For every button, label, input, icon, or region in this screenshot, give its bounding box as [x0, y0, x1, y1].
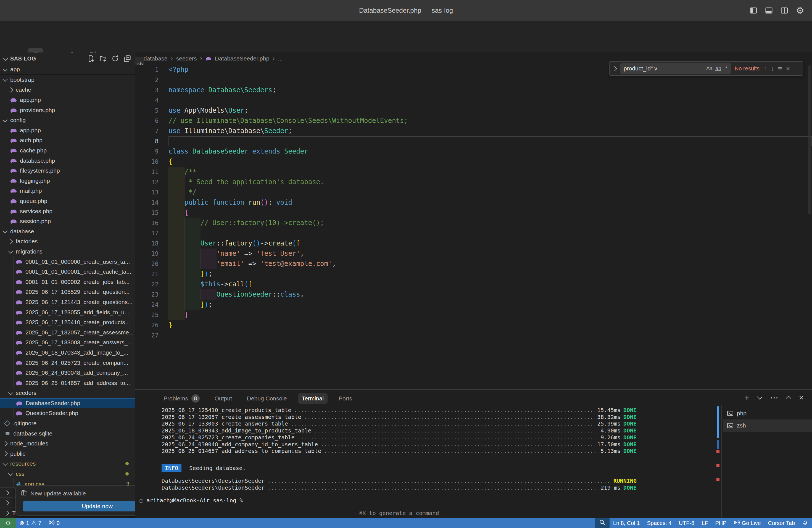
- status-language-mode[interactable]: PHP: [711, 518, 730, 528]
- tree-item-0001_01_01_000001_create_cache_ta...[interactable]: 0001_01_01_000001_create_cache_ta...: [0, 267, 135, 277]
- tree-item-bootstrap[interactable]: bootstrap: [0, 75, 135, 85]
- breadcrumb-file[interactable]: DatabaseSeeder.php: [215, 55, 269, 62]
- tree-item-2025_06_17_123055_add_fields_to_u...[interactable]: 2025_06_17_123055_add_fields_to_u...: [0, 307, 135, 317]
- tree-item-2025_06_25_014657_add_address_to...[interactable]: 2025_06_25_014657_add_address_to...: [0, 378, 135, 388]
- tree-item-app[interactable]: app: [0, 64, 135, 75]
- match-case-button[interactable]: Aa: [706, 65, 713, 72]
- tree-item-session.php[interactable]: session.php: [0, 216, 135, 226]
- tree-item-database[interactable]: database: [0, 226, 135, 237]
- breadcrumb-symbol[interactable]: ...: [278, 55, 283, 62]
- code-line-4[interactable]: 4: [135, 95, 812, 105]
- tree-item-services.php[interactable]: services.php: [0, 206, 135, 216]
- tree-item-resources[interactable]: resources: [0, 459, 135, 469]
- status-indentation[interactable]: Spaces: 4: [643, 518, 675, 528]
- tree-item-0001_01_01_000002_create_jobs_tab...[interactable]: 0001_01_01_000002_create_jobs_tab...: [0, 277, 135, 287]
- code-line-25[interactable]: 25 }: [135, 310, 812, 320]
- code-line-2[interactable]: 2: [135, 75, 812, 85]
- tree-item-logging.php[interactable]: logging.php: [0, 176, 135, 186]
- tree-item-config[interactable]: config: [0, 115, 135, 126]
- tree-item-database.php[interactable]: database.php: [0, 156, 135, 166]
- tree-item-2025_06_24_030048_add_company_...[interactable]: 2025_06_24_030048_add_company_...: [0, 368, 135, 378]
- breadcrumb-folder[interactable]: seeders: [176, 55, 197, 62]
- tree-item-auth.php[interactable]: auth.php: [0, 135, 135, 146]
- panel-tab-output[interactable]: Output: [211, 393, 236, 404]
- code-line-26[interactable]: 26}: [135, 320, 812, 330]
- code-line-19[interactable]: 19 'name' => 'Test User',: [135, 249, 812, 259]
- breadcrumb-folder[interactable]: database: [144, 55, 168, 62]
- tree-item-providers.php[interactable]: providers.php: [0, 105, 135, 115]
- tree-item-migrations[interactable]: migrations: [0, 247, 135, 257]
- tree-item-.gitignore[interactable]: .gitignore: [0, 419, 135, 429]
- more-panel-actions-icon[interactable]: ⋯: [770, 394, 778, 402]
- tree-item-filesystems.php[interactable]: filesystems.php: [0, 166, 135, 176]
- code-line-6[interactable]: 6// use Illuminate\Database\Console\Seed…: [135, 116, 812, 126]
- code-line-14[interactable]: 14 public function run(): void: [135, 197, 812, 208]
- tree-item-factories[interactable]: factories: [0, 236, 135, 247]
- terminal-instance-zsh[interactable]: zsh: [723, 420, 812, 431]
- code-line-10[interactable]: 10{: [135, 157, 812, 167]
- panel-tab-debug-console[interactable]: Debug Console: [243, 393, 291, 404]
- find-input[interactable]: product_id" v Aa ab .*: [620, 63, 731, 74]
- tree-item-0001_01_01_000000_create_users_ta...[interactable]: 0001_01_01_000000_create_users_ta...: [0, 256, 135, 267]
- status-search[interactable]: [595, 518, 610, 528]
- tree-item-app.php[interactable]: app.php: [0, 126, 135, 136]
- code-line-9[interactable]: 9class DatabaseSeeder extends Seeder: [135, 146, 812, 157]
- code-line-24[interactable]: 24 ]);: [135, 299, 812, 310]
- tree-item-cache[interactable]: cache: [0, 85, 135, 95]
- editor-scrollbar[interactable]: [808, 65, 811, 214]
- tree-item-seeders[interactable]: seeders: [0, 388, 135, 398]
- panel-tab-problems[interactable]: Problems8: [160, 392, 204, 405]
- tree-item-node_modules[interactable]: node_modules: [0, 439, 135, 449]
- tree-item-public[interactable]: public: [0, 449, 135, 459]
- tree-item-QuestionSeeder.php[interactable]: QuestionSeeder.php: [0, 408, 135, 419]
- gear-icon[interactable]: ⚙: [796, 6, 804, 15]
- status-encoding[interactable]: UTF-8: [675, 518, 698, 528]
- terminal-scrollbar[interactable]: [717, 406, 719, 438]
- status-go-live[interactable]: Go Live: [730, 518, 765, 528]
- code-line-13[interactable]: 13 */: [135, 187, 812, 197]
- tree-item-2025_06_24_025723_create_compan...[interactable]: 2025_06_24_025723_create_compan...: [0, 357, 135, 368]
- status-cursor-tab[interactable]: Cursor Tab: [765, 518, 798, 528]
- status-notifications[interactable]: [798, 518, 812, 528]
- code-line-5[interactable]: 5use App\Models\User;: [135, 105, 812, 116]
- tree-item-DatabaseSeeder.php[interactable]: DatabaseSeeder.php: [0, 398, 135, 408]
- tree-item-app.php[interactable]: app.php: [0, 95, 135, 105]
- remote-indicator[interactable]: [0, 518, 16, 528]
- close-find-icon[interactable]: ×: [786, 64, 790, 73]
- toggle-primary-sidebar-icon[interactable]: [750, 6, 757, 14]
- toggle-panel-icon[interactable]: [765, 6, 773, 14]
- tree-item-2025_06_17_125410_create_products...[interactable]: 2025_06_17_125410_create_products...: [0, 317, 135, 327]
- code-line-21[interactable]: 21 ]);: [135, 269, 812, 279]
- terminal-instance-php[interactable]: php: [723, 407, 812, 420]
- status-eol[interactable]: LF: [698, 518, 711, 528]
- code-line-12[interactable]: 12 * Seed the application's database.: [135, 177, 812, 187]
- explorer-header[interactable]: SAS-LOG: [0, 53, 135, 64]
- close-panel-icon[interactable]: ×: [799, 394, 804, 402]
- tree-item-2025_06_17_105529_create_question...[interactable]: 2025_06_17_105529_create_question...: [0, 287, 135, 297]
- panel-tab-ports[interactable]: Ports: [335, 393, 356, 404]
- terminal-scrollbar-segment[interactable]: [717, 440, 719, 449]
- tree-item-cache.php[interactable]: cache.php: [0, 146, 135, 156]
- new-folder-icon[interactable]: [99, 55, 106, 62]
- tree-item-2025_06_18_070343_add_image_to_...[interactable]: 2025_06_18_070343_add_image_to_...: [0, 348, 135, 358]
- tree-item-mail.php[interactable]: mail.php: [0, 186, 135, 196]
- status-ports[interactable]: 0: [45, 518, 63, 528]
- code-line-8[interactable]: 8: [135, 136, 812, 146]
- code-line-18[interactable]: 18 User::factory()->create([: [135, 238, 812, 249]
- tree-item-queue.php[interactable]: queue.php: [0, 196, 135, 206]
- code-line-17[interactable]: 17: [135, 228, 812, 238]
- tree-item-2025_06_17_121443_create_questions...[interactable]: 2025_06_17_121443_create_questions...: [0, 297, 135, 307]
- next-match-icon[interactable]: ↓: [771, 64, 774, 73]
- panel-tab-terminal[interactable]: Terminal: [298, 393, 328, 404]
- code-line-16[interactable]: 16 // User::factory(10)->create();: [135, 218, 812, 228]
- previous-match-icon[interactable]: ↑: [764, 64, 767, 73]
- code-line-22[interactable]: 22 $this->call([: [135, 279, 812, 289]
- code-line-3[interactable]: 3namespace Database\Seeders;: [135, 85, 812, 95]
- maximize-panel-icon[interactable]: [786, 396, 792, 401]
- tree-item-2025_06_17_133003_create_answers_...[interactable]: 2025_06_17_133003_create_answers_...: [0, 337, 135, 348]
- find-in-selection-icon[interactable]: ≡: [778, 64, 782, 73]
- collapse-folders-icon[interactable]: [124, 55, 131, 62]
- tree-item-css[interactable]: css: [0, 469, 135, 479]
- terminal-dropdown-icon[interactable]: [757, 394, 763, 400]
- regex-button[interactable]: .*: [724, 65, 727, 72]
